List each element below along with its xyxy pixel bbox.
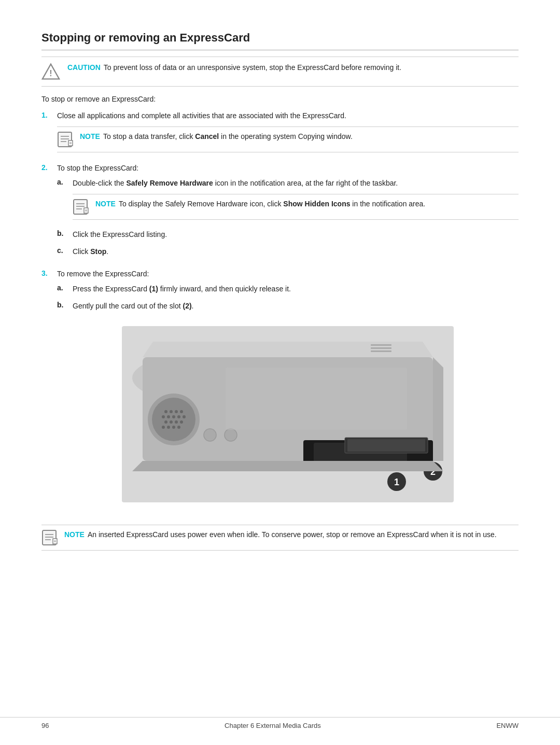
step-3a-content: Press the ExpressCard (1) firmly inward,… — [73, 284, 519, 297]
step-1-note: NOTETo stop a data transfer, click Cance… — [57, 126, 519, 152]
step-2-num: 2. — [41, 163, 52, 172]
page-title: Stopping or removing an ExpressCard — [41, 31, 519, 50]
svg-point-26 — [167, 415, 170, 418]
svg-point-28 — [177, 415, 180, 418]
step-3-content: To remove the ExpressCard: a. Press the … — [57, 269, 519, 516]
svg-text:!: ! — [49, 68, 52, 78]
step-3b-content: Gently pull the card out of the slot (2)… — [73, 301, 519, 314]
step-2c-text: Click Stop. — [73, 246, 519, 257]
step-3b-text: Gently pull the card out of the slot (2)… — [73, 301, 519, 312]
svg-point-34 — [162, 426, 165, 429]
step-2a-content: Double-click the Safely Remove Hardware … — [73, 178, 519, 225]
step-2a-text: Double-click the Safely Remove Hardware … — [73, 178, 519, 189]
step-2b-letter: b. — [57, 229, 67, 237]
caution-body: To prevent loss of data or an unresponsi… — [104, 63, 401, 72]
svg-point-27 — [172, 415, 175, 418]
svg-marker-60 — [53, 539, 57, 544]
step-3b-letter: b. — [57, 301, 67, 309]
svg-point-32 — [175, 420, 178, 424]
note-icon-bottom — [41, 529, 58, 546]
svg-point-22 — [170, 410, 173, 413]
step-2a-note: NOTETo display the Safely Remove Hardwar… — [73, 194, 519, 220]
expresscard-image-container: 1 2 — [57, 326, 519, 504]
svg-rect-50 — [231, 386, 402, 397]
svg-point-29 — [183, 415, 186, 418]
note-icon-1 — [57, 131, 74, 148]
svg-point-31 — [170, 420, 173, 424]
svg-rect-49 — [231, 372, 402, 383]
svg-rect-51 — [231, 400, 402, 411]
bottom-note-body: An inserted ExpressCard uses power even … — [88, 530, 497, 539]
footer-right: ENWW — [496, 722, 519, 729]
note-label-2a: NOTE — [95, 200, 116, 208]
step-2-text: To stop the ExpressCard: — [57, 163, 519, 174]
svg-rect-52 — [231, 414, 402, 425]
step-3-num: 3. — [41, 269, 52, 277]
svg-point-21 — [164, 410, 167, 413]
intro-text: To stop or remove an ExpressCard: — [41, 95, 519, 103]
svg-point-38 — [204, 429, 216, 441]
svg-marker-6 — [68, 140, 73, 146]
step-2b-text: Click the ExpressCard listing. — [73, 229, 519, 240]
step-3-text: To remove the ExpressCard: — [57, 269, 519, 279]
svg-rect-54 — [371, 347, 391, 349]
svg-point-36 — [172, 426, 175, 429]
step-2c: c. Click Stop. — [57, 246, 519, 259]
step-1-note-text: NOTETo stop a data transfer, click Cance… — [80, 131, 353, 142]
svg-rect-55 — [371, 350, 391, 352]
footer-page-num: 96 — [41, 722, 49, 729]
caution-box: ! CAUTIONTo prevent loss of data or an u… — [41, 57, 519, 87]
step-2a: a. Double-click the Safely Remove Hardwa… — [57, 178, 519, 225]
svg-rect-43 — [347, 439, 425, 452]
svg-point-20 — [152, 398, 195, 441]
step-1: 1. Close all applications and complete a… — [41, 110, 519, 158]
step-2c-letter: c. — [57, 246, 67, 255]
svg-text:1: 1 — [394, 477, 399, 487]
step-3b: b. Gently pull the card out of the slot … — [57, 301, 519, 314]
svg-point-33 — [180, 420, 183, 424]
step-2: 2. To stop the ExpressCard: a. Double-cl… — [41, 163, 519, 263]
step-1-text: Close all applications and complete all … — [57, 110, 519, 121]
step-3: 3. To remove the ExpressCard: a. Press t… — [41, 269, 519, 516]
svg-point-30 — [164, 420, 167, 424]
svg-point-37 — [177, 426, 180, 429]
step-3a-text: Press the ExpressCard (1) firmly inward,… — [73, 284, 519, 294]
footer-chapter: Chapter 6 External Media Cards — [225, 722, 321, 729]
step-2a-note-text: NOTETo display the Safely Remove Hardwar… — [95, 199, 425, 209]
page-content: Stopping or removing an ExpressCard ! CA… — [0, 0, 560, 587]
page-footer: 96 Chapter 6 External Media Cards ENWW — [0, 717, 560, 729]
svg-point-39 — [225, 429, 237, 441]
svg-rect-53 — [371, 344, 391, 346]
step-2a-letter: a. — [57, 178, 67, 186]
note-icon-2a — [73, 199, 89, 215]
svg-point-25 — [162, 415, 165, 418]
step-2b-content: Click the ExpressCard listing. — [73, 229, 519, 242]
step-3a: a. Press the ExpressCard (1) firmly inwa… — [57, 284, 519, 297]
step-2b: b. Click the ExpressCard listing. — [57, 229, 519, 242]
svg-point-35 — [167, 426, 170, 429]
caution-text: CAUTIONTo prevent loss of data or an unr… — [67, 62, 401, 73]
svg-marker-13 — [84, 208, 88, 213]
svg-point-23 — [175, 410, 178, 413]
step-1-num: 1. — [41, 110, 52, 119]
caution-label: CAUTION — [67, 63, 101, 72]
expresscard-illustration: 1 2 — [122, 326, 454, 502]
bottom-note-text: NOTEAn inserted ExpressCard uses power e… — [64, 529, 497, 540]
bottom-note: NOTEAn inserted ExpressCard uses power e… — [41, 525, 519, 551]
svg-point-24 — [180, 410, 183, 413]
caution-triangle-icon: ! — [41, 62, 60, 81]
step-3a-letter: a. — [57, 284, 67, 292]
step-2c-content: Click Stop. — [73, 246, 519, 259]
step-2-content: To stop the ExpressCard: a. Double-click… — [57, 163, 519, 263]
note-label-1: NOTE — [80, 132, 100, 140]
note-label-bottom: NOTE — [64, 530, 85, 539]
step-1-content: Close all applications and complete all … — [57, 110, 519, 158]
